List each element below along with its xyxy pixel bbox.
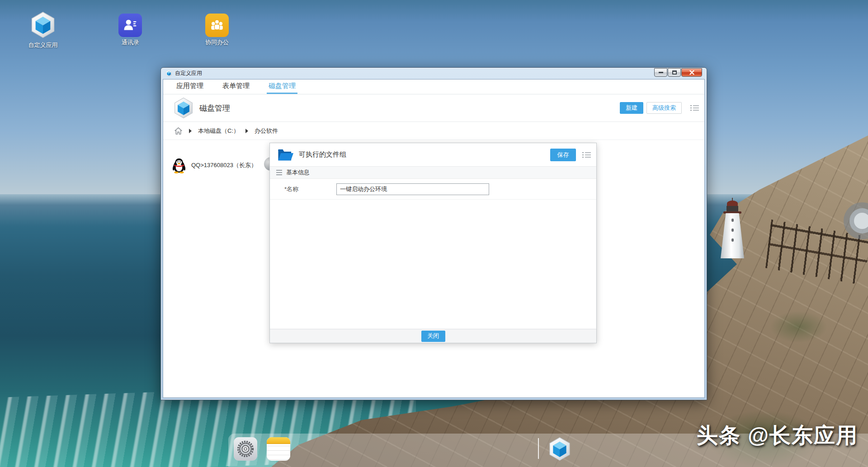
- maximize-icon: [672, 70, 677, 75]
- save-button[interactable]: 保存: [550, 149, 576, 161]
- desktop-icon-teamwork[interactable]: 协同办公: [195, 14, 239, 47]
- close-icon: [689, 70, 694, 75]
- dock-settings-button[interactable]: [234, 437, 257, 461]
- breadcrumb-caret-icon: [189, 129, 192, 133]
- contacts-icon: [118, 14, 142, 37]
- section-title: 基本信息: [286, 168, 310, 177]
- home-icon[interactable]: [174, 127, 183, 135]
- new-button[interactable]: 新建: [620, 102, 643, 114]
- desktop-icon-custom-app[interactable]: 自定义应用: [21, 12, 65, 49]
- desktop: 自定义应用 通讯录 协同办公 自定义应用: [0, 0, 868, 467]
- name-input[interactable]: [336, 183, 489, 195]
- close-button[interactable]: [681, 68, 702, 77]
- lighthouse: [715, 201, 750, 258]
- dialog-title: 可执行的文件组: [299, 150, 346, 159]
- breadcrumb-item-office-software[interactable]: 办公软件: [255, 127, 278, 135]
- breadcrumb-caret-icon: [245, 129, 248, 133]
- minimize-icon: [659, 72, 663, 73]
- window-title: 自定义应用: [175, 70, 202, 77]
- qq-penguin-icon: [171, 157, 187, 173]
- window-titlebar[interactable]: 自定义应用: [163, 68, 705, 79]
- dock-divider: [538, 438, 539, 459]
- section-handle-icon: [276, 170, 282, 175]
- folder-icon: [277, 148, 293, 162]
- desktop-icon-label: 协同办公: [195, 38, 239, 47]
- cube-app-icon: [548, 437, 571, 461]
- advanced-search-button[interactable]: 高级搜索: [646, 102, 682, 114]
- desktop-icon-contacts[interactable]: 通讯录: [108, 14, 152, 47]
- tab-app-management[interactable]: 应用管理: [175, 82, 205, 94]
- breadcrumb: 本地磁盘（C:） 办公软件: [163, 122, 704, 140]
- desktop-icon-label: 通讯录: [108, 38, 152, 47]
- list-item-qq[interactable]: QQ>137608023（长东）: [171, 157, 257, 173]
- disk-management-icon: [173, 98, 194, 118]
- watermark-text: 头条 @长东应用: [697, 421, 858, 450]
- list-view-icon[interactable]: [690, 105, 699, 111]
- dock-custom-app-button[interactable]: [548, 437, 571, 461]
- dialog-header: 可执行的文件组 保存: [270, 143, 596, 167]
- page-title: 磁盘管理: [199, 103, 230, 113]
- dialog-empty-area: [270, 200, 596, 329]
- breadcrumb-item-disk-c[interactable]: 本地磁盘（C:）: [198, 127, 239, 135]
- dialog-close-button[interactable]: 关闭: [421, 331, 445, 342]
- maximize-button[interactable]: [668, 68, 681, 77]
- name-field-label: *名称: [270, 185, 336, 193]
- tab-disk-management[interactable]: 磁盘管理: [267, 82, 297, 94]
- dialog-menu-icon[interactable]: [582, 152, 591, 158]
- cube-app-icon: [30, 12, 56, 40]
- teamwork-icon: [205, 14, 229, 37]
- list-item-label: QQ>137608023（长东）: [191, 161, 257, 169]
- dialog-footer: 关闭: [270, 329, 596, 343]
- minimize-button[interactable]: [654, 68, 667, 77]
- basic-info-section-header[interactable]: 基本信息: [270, 167, 596, 179]
- dock-notes-button[interactable]: [267, 437, 290, 461]
- desktop-icon-label: 自定义应用: [21, 41, 65, 49]
- notes-icon: [267, 437, 290, 461]
- tab-form-management[interactable]: 表单管理: [221, 82, 251, 94]
- name-field-row: *名称: [270, 179, 596, 200]
- tab-bar: 应用管理 表单管理 磁盘管理: [163, 79, 704, 94]
- settings-gear-icon: [234, 437, 257, 461]
- window-cube-icon: [165, 70, 172, 77]
- toolbar: 磁盘管理 新建 高级搜索: [163, 94, 704, 122]
- file-group-dialog: 可执行的文件组 保存 基本信息 *名称 关闭: [269, 143, 597, 343]
